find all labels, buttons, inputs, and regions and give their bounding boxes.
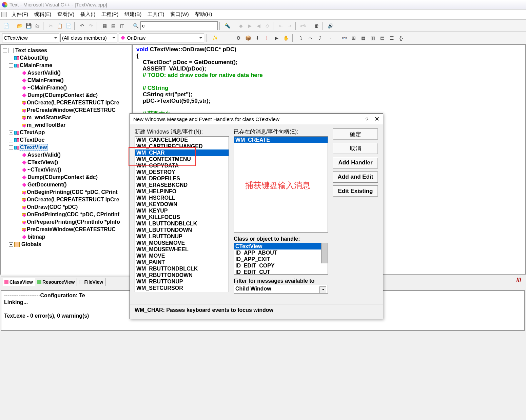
tree-node[interactable]: +CTextApp	[1, 129, 131, 136]
tree-node[interactable]: Dump(CDumpContext &dc)	[1, 92, 131, 99]
dialog-titlebar[interactable]: New Windows Message and Event Handlers f…	[130, 114, 383, 124]
tree-node[interactable]: -CMainFrame	[1, 62, 131, 69]
function-combo[interactable]: OnDraw	[119, 34, 204, 42]
tree-node[interactable]: AssertValid()	[1, 69, 131, 77]
menu-view[interactable]: 查看(V)	[55, 10, 77, 19]
message-item[interactable]: WM_SETCURSOR	[135, 285, 229, 291]
menu-help[interactable]: 帮助(H)	[192, 10, 215, 19]
disasm-button[interactable]: {}	[397, 34, 405, 42]
cut-button[interactable]: ✂	[47, 22, 55, 30]
word-button[interactable]: a+b	[299, 22, 307, 30]
message-item[interactable]: WM_LBUTTONDOWN	[135, 227, 229, 233]
run-to-button[interactable]: →	[325, 34, 333, 42]
class-item[interactable]: ID_EDIT_CUT	[234, 269, 328, 275]
message-item[interactable]: WM_KEYDOWN	[135, 201, 229, 207]
class-listbox[interactable]: CTextViewID_APP_ABOUTID_APP_EXITID_EDIT_…	[234, 243, 328, 275]
tree-node[interactable]: +CTextDoc	[1, 136, 131, 144]
menu-file[interactable]: 文件(F)	[9, 10, 31, 19]
tree-node[interactable]: PreCreateWindow(CREATESTRUC	[1, 226, 131, 233]
cancel-button[interactable]: 取消	[333, 143, 378, 154]
tree-node[interactable]: OnEndPrinting(CDC *pDC, CPrintInf	[1, 211, 131, 218]
class-combo[interactable]: CTextView	[2, 34, 59, 42]
members-combo[interactable]: (All class members)	[60, 34, 117, 42]
message-item[interactable]: WM_RBUTTONDOWN	[135, 272, 229, 278]
help-icon[interactable]: ?	[366, 116, 368, 122]
copy-button[interactable]: 📋	[56, 22, 64, 30]
step-into-button[interactable]: ⤵	[297, 34, 305, 42]
step-out-button[interactable]: ⤴	[316, 34, 324, 42]
menu-insert[interactable]: 插入(I)	[78, 10, 98, 19]
output-button[interactable]: ▤	[109, 22, 117, 30]
message-item[interactable]: WM_HELPINFO	[135, 188, 229, 195]
message-item[interactable]: WM_LBUTTONUP	[135, 233, 229, 240]
find-input[interactable]	[140, 21, 218, 30]
windows-button[interactable]: ◫	[118, 22, 126, 30]
tab-resourceview[interactable]: ResourceView	[35, 278, 77, 286]
message-item[interactable]: WM_DROPFILES	[135, 175, 229, 182]
tree-node[interactable]: m_wndToolBar	[1, 121, 131, 129]
tree-node[interactable]: +Globals	[1, 241, 131, 248]
paste-button[interactable]: 📄	[64, 22, 73, 30]
message-item[interactable]: WM_CAPTURECHANGED	[135, 143, 229, 149]
class-tree[interactable]: -Text classes+CAboutDlg-CMainFrameAssert…	[1, 45, 132, 275]
new-messages-listbox[interactable]: WM_CANCELMODEWM_CAPTURECHANGEDWM_CHARWM_…	[135, 136, 229, 292]
class-item[interactable]: ID_APP_EXIT	[234, 256, 328, 262]
sound-button[interactable]: 🔊	[326, 22, 334, 30]
message-item[interactable]: WM_PAINT	[135, 259, 229, 265]
message-item[interactable]: WM_KEYUP	[135, 207, 229, 214]
menu-tools[interactable]: 工具(T)	[145, 10, 167, 19]
message-item[interactable]: WM_RBUTTONUP	[135, 278, 229, 285]
message-item[interactable]: WM_MOVE	[135, 253, 229, 259]
message-item[interactable]: WM_HSCROLL	[135, 195, 229, 201]
tree-node[interactable]: CMainFrame()	[1, 77, 131, 84]
execute-button[interactable]: !	[263, 34, 271, 42]
open-button[interactable]: 📂	[16, 22, 24, 30]
tree-node[interactable]: bitmap	[1, 233, 131, 241]
add-handler-button[interactable]: Add Handler	[333, 157, 378, 168]
bm-next[interactable]: ▶	[246, 22, 254, 30]
class-item[interactable]: CTextView	[234, 243, 328, 249]
search-button[interactable]: 🔦	[223, 22, 231, 30]
stop-build-button[interactable]: ⬇	[253, 34, 261, 42]
tab-classview[interactable]: ClassView	[2, 278, 35, 286]
message-item[interactable]: WM_CONTEXTMENU	[135, 156, 229, 162]
workspace-button[interactable]: ▦	[100, 22, 109, 30]
tree-node[interactable]: CTextView()	[1, 159, 131, 166]
vars-button[interactable]: ▦	[359, 34, 367, 42]
message-item[interactable]: WM_ERASEBKGND	[135, 182, 229, 188]
message-item[interactable]: WM_CANCELMODE	[135, 137, 229, 143]
tree-node[interactable]: OnPreparePrinting(CPrintInfo *pInfo	[1, 218, 131, 226]
tree-node[interactable]: OnBeginPrinting(CDC *pDC, CPrint	[1, 188, 131, 196]
menu-project[interactable]: 工程(P)	[99, 10, 121, 19]
tree-node[interactable]: OnCreate(LPCREATESTRUCT lpCre	[1, 99, 131, 106]
menu-window[interactable]: 窗口(W)	[168, 10, 191, 19]
wizard-wand-button[interactable]: ✨	[211, 34, 219, 42]
undo-button[interactable]: ↶	[78, 22, 86, 30]
message-item[interactable]: WM_COPYDATA	[135, 162, 229, 169]
save-button[interactable]: 💾	[24, 22, 33, 30]
message-item[interactable]: WM_CHAR	[135, 149, 229, 156]
message-item[interactable]: WM_LBUTTONDBLCLK	[135, 220, 229, 227]
close-icon[interactable]: ✕	[374, 115, 379, 123]
tree-node[interactable]: Dump(CDumpContext &dc)	[1, 174, 131, 181]
edit-existing-button[interactable]: Edit Existing	[333, 185, 378, 197]
stack-button[interactable]: ☰	[388, 34, 396, 42]
message-item[interactable]: WM_RBUTTONDBLCLK	[135, 265, 229, 272]
tree-node[interactable]: ~CMainFrame()	[1, 84, 131, 92]
indent-out[interactable]: ⇤	[277, 22, 285, 30]
message-item[interactable]: WM_DESTROY	[135, 169, 229, 175]
compile-button[interactable]: ⚙	[234, 34, 242, 42]
bm-clear[interactable]: ◇	[263, 22, 271, 30]
find-files-button[interactable]: 🔍	[132, 22, 140, 30]
tab-fileview[interactable]: FileView	[77, 278, 105, 286]
doc-icon[interactable]	[1, 12, 7, 17]
new-button[interactable]: 📄	[2, 22, 10, 30]
message-item[interactable]: WM_MOUSEWHEEL	[135, 246, 229, 253]
existing-item[interactable]: WM_CREATE	[234, 137, 328, 143]
watch-button[interactable]: ⊞	[350, 34, 358, 42]
menu-build[interactable]: 组建(B)	[122, 10, 144, 19]
delete-button[interactable]: 🗑	[313, 22, 321, 30]
regs-button[interactable]: ▥	[369, 34, 377, 42]
quickwatch-button[interactable]: 👓	[340, 34, 348, 42]
tree-node[interactable]: PreCreateWindow(CREATESTRUC	[1, 106, 131, 114]
